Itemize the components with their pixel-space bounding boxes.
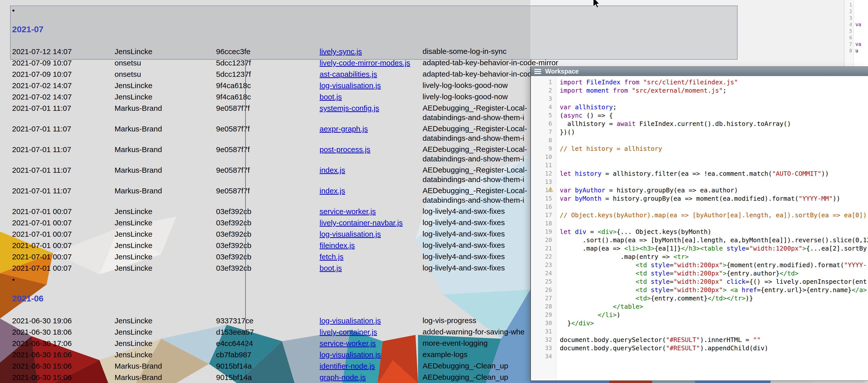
code-line: import moment from "src/external/moment.… [560, 86, 868, 95]
file-link[interactable]: boot.js [319, 93, 342, 101]
side-editor-code[interactable]: vavau [854, 0, 868, 66]
commit-file: log-visualisation.js [319, 349, 423, 360]
file-link[interactable]: log-visualisation.js [319, 317, 381, 325]
commit-date: 2021-07-01 11:07 [12, 123, 115, 144]
commit-row: 2021-06-30 18:06JensLincked153eea57livel… [12, 326, 571, 338]
commit-hash[interactable]: e4cc64424 [216, 338, 319, 349]
commit-hash[interactable]: 5dcc1237f [216, 68, 319, 80]
commit-hash[interactable]: 9337317ce [216, 315, 319, 326]
file-link[interactable]: ast-capabilities.js [319, 70, 377, 78]
commit-date: 2021-07-09 10:07 [12, 68, 115, 80]
commit-date: 2021-06-30 16:06 [12, 349, 115, 360]
commit-file: service-worker.js [319, 338, 423, 349]
code-line [560, 136, 868, 145]
commit-table: 2021-07-12 14:07JensLincke96ccec3felivel… [12, 46, 571, 274]
code-line: <td style="width:200px" click={() => liv… [560, 278, 868, 286]
commit-hash[interactable]: 9e0587f7f [216, 144, 319, 164]
commit-file: log-visualisation.js [319, 228, 423, 240]
commit-hash[interactable]: d153eea57 [216, 326, 319, 338]
code-editor[interactable]: 1234567891011121314151617181920212223242… [531, 76, 868, 381]
commit-row: 2021-07-09 10:07onsetsu5dcc1237fast-capa… [12, 68, 571, 80]
commit-author: JensLincke [115, 251, 216, 262]
commit-file: fetch.js [319, 251, 423, 262]
commit-hash[interactable]: 03ef392cb [216, 240, 319, 251]
commit-date: 2021-07-02 14:07 [12, 91, 115, 102]
commit-hash[interactable]: 96ccec3fe [216, 46, 319, 57]
window-title: Workspace [545, 68, 579, 75]
commit-hash[interactable]: 03ef392cb [216, 217, 319, 228]
side-code-line [856, 28, 868, 34]
commit-hash[interactable]: 9f4ca618c [216, 80, 319, 91]
file-link[interactable]: service-worker.js [319, 207, 376, 216]
file-link[interactable]: index.js [319, 187, 345, 195]
commit-hash[interactable]: 5dcc1237f [216, 57, 319, 68]
commit-date: 2021-07-01 00:07 [12, 217, 115, 228]
side-code-line [856, 34, 868, 41]
code-area[interactable]: import FileIndex from "src/client/filein… [556, 76, 868, 381]
commit-hash[interactable]: cb7fab987 [216, 349, 319, 360]
commit-row: 2021-07-09 10:07onsetsu5dcc1237flively-c… [12, 57, 571, 68]
code-line: .map(entry => <tr> [560, 253, 868, 261]
commit-file: lively-container-navbar.js [319, 217, 423, 228]
file-link[interactable]: boot.js [319, 264, 342, 272]
side-editor-gutter: 12345678 [844, 0, 854, 66]
code-line: allhistory = await FileIndex.current().d… [560, 120, 868, 128]
commit-hash[interactable]: 9e0587f7f [216, 185, 319, 206]
commit-file: lively-code-mirror-modes.js [319, 57, 423, 68]
file-link[interactable]: log-visualisation.js [319, 81, 381, 90]
commit-file: boot.js [319, 91, 423, 102]
commit-hash[interactable]: 03ef392cb [216, 251, 319, 262]
side-code-line: va [856, 21, 868, 28]
commit-hash[interactable]: 9e0587f7f [216, 164, 319, 185]
commit-date: 2021-06-30 15:06 [12, 372, 115, 383]
commit-date: 2021-07-01 00:07 [12, 240, 115, 251]
commit-hash[interactable]: 03ef392cb [216, 262, 319, 274]
commit-row: 2021-07-01 00:07JensLincke03ef392cbservi… [12, 206, 571, 217]
commit-hash[interactable]: 9015bf14a [216, 360, 319, 372]
file-link[interactable]: aexpr-graph.js [319, 125, 368, 133]
commit-hash[interactable]: 03ef392cb [216, 206, 319, 217]
commit-file: service-worker.js [319, 206, 423, 217]
commit-hash[interactable]: 9e0587f7f [216, 123, 319, 144]
code-line: .map(ea => <li><h3>{ea[1]}</h3><table st… [560, 244, 868, 253]
file-link[interactable]: lively-code-mirror-modes.js [319, 59, 410, 67]
side-code-line: u [856, 47, 868, 54]
commit-author: Markus-Brand [115, 164, 216, 185]
commit-date: 2021-06-30 17:06 [12, 338, 115, 349]
file-link[interactable]: index.js [319, 166, 345, 174]
code-line: // let history = allhistory [560, 145, 868, 153]
commit-row: 2021-07-02 14:07JensLincke9f4ca618clog-v… [12, 80, 571, 91]
commit-date: 2021-07-01 11:07 [12, 185, 115, 206]
menu-icon[interactable] [534, 69, 541, 74]
file-link[interactable]: lively-container-navbar.js [319, 219, 403, 227]
commit-hash[interactable]: 9015bf14a [216, 372, 319, 383]
file-link[interactable]: identifier-node.js [319, 362, 375, 370]
commit-author: JensLincke [115, 228, 216, 240]
code-line: document.body.querySelector("#RESULT").a… [560, 344, 868, 352]
warning-icon[interactable]: ⚠ [548, 186, 554, 194]
commit-file: log-visualisation.js [319, 80, 423, 91]
commit-hash[interactable]: 03ef392cb [216, 228, 319, 240]
file-link[interactable]: fetch.js [319, 253, 343, 261]
file-link[interactable]: systemjs-config.js [319, 104, 379, 112]
file-link[interactable]: lively-sync.js [319, 47, 362, 56]
file-link[interactable]: log-visualisation.js [319, 230, 381, 238]
code-line [560, 352, 868, 360]
commit-author: Markus-Brand [115, 185, 216, 206]
side-editor[interactable]: 12345678 vavau [844, 0, 868, 66]
code-line: <td>{entry.comment}</td></tr>)} [560, 294, 868, 302]
file-link[interactable]: log-visualisation.js [319, 351, 381, 359]
file-link[interactable]: service-worker.js [319, 339, 376, 348]
commit-hash[interactable]: 9e0587f7f [216, 102, 319, 123]
commit-row: 2021-07-01 00:07JensLincke03ef392cbfilei… [12, 240, 571, 251]
file-link[interactable]: fileindex.js [319, 241, 355, 250]
workspace-titlebar[interactable]: Workspace [531, 67, 868, 76]
commit-row: 2021-07-01 11:07Markus-Brand9e0587f7find… [12, 164, 571, 185]
commit-date: 2021-07-02 14:07 [12, 80, 115, 91]
commit-hash[interactable]: 9f4ca618c [216, 91, 319, 102]
file-link[interactable]: post-process.js [319, 145, 370, 154]
commit-author: JensLincke [115, 80, 216, 91]
commit-date: 2021-07-01 11:07 [12, 144, 115, 164]
file-link[interactable]: graph-node.js [319, 373, 366, 382]
file-link[interactable]: lively-container.js [319, 328, 377, 336]
